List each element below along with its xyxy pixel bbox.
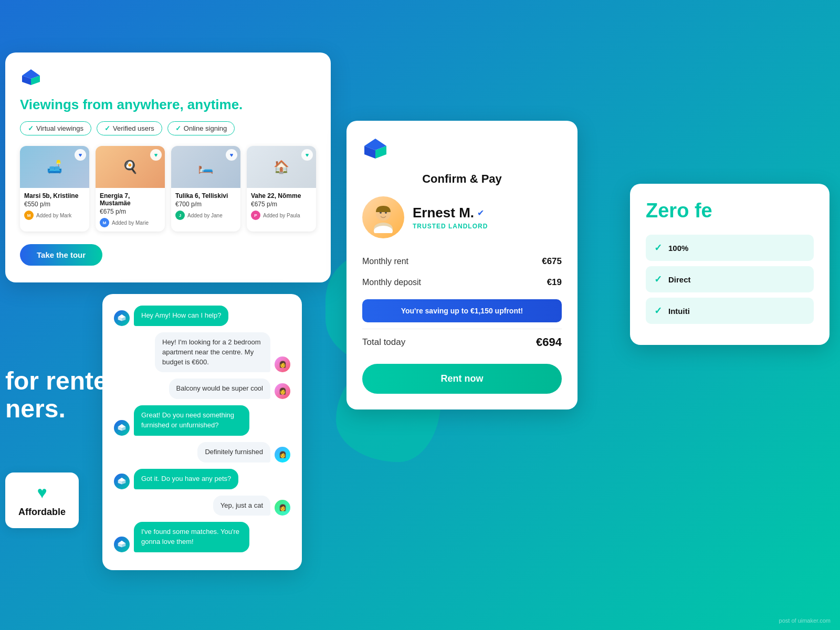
rent-now-button[interactable]: Rent now xyxy=(362,364,562,394)
landlord-avatar xyxy=(362,196,404,238)
zero-check-icon-1: ✓ xyxy=(654,242,662,254)
chat-card: Hey Amy! How can I help? Hey! I'm lookin… xyxy=(102,294,302,570)
agent-avatar-marie: M xyxy=(100,218,109,227)
user-avatar-3: 👩 xyxy=(275,447,290,463)
chat-msg-5: Definitely furnished 👩 xyxy=(114,442,290,463)
property-card-3[interactable]: 🛏️ ♥ Tulika 6, Telliskivi €700 p/m J Add… xyxy=(171,146,240,232)
badge-list: ✓ Virtual viewings ✓ Verified users ✓ On… xyxy=(20,121,316,135)
zero-item-2: ✓ Direct xyxy=(646,266,814,292)
user-avatar-1: 👩 xyxy=(275,356,290,372)
saving-banner: You're saving up to €1,150 upfront! xyxy=(362,299,562,322)
property-image-3: 🛏️ ♥ xyxy=(171,146,240,188)
confirm-card-logo xyxy=(362,136,562,163)
chat-msg-8: I've found some matches. You're gonna lo… xyxy=(114,522,290,552)
zero-check-icon-3: ✓ xyxy=(654,305,662,317)
chat-msg-7: Yep, just a cat 👩 xyxy=(114,496,290,516)
chat-bubble-5: Definitely furnished xyxy=(197,442,270,463)
zero-check-icon-2: ✓ xyxy=(654,274,662,285)
property-agent-3: J Added by Jane xyxy=(175,211,236,220)
viewings-title: Viewings from anywhere, anytime. xyxy=(20,97,316,113)
bot-avatar-3 xyxy=(114,474,130,489)
landlord-name: Ernest M. xyxy=(413,205,474,221)
property-price-4: €675 p/m xyxy=(251,201,312,208)
chat-bubble-7: Yep, just a cat xyxy=(213,496,270,516)
chat-msg-2: Hey! I'm looking for a 2 bedroom apartme… xyxy=(114,332,290,373)
property-agent-1: M Added by Mark xyxy=(24,211,85,220)
property-price-1: €550 p/m xyxy=(24,201,85,208)
property-price-3: €700 p/m xyxy=(175,201,236,208)
property-card-4[interactable]: 🏠 ♥ Vahe 22, Nõmme €675 p/m P Added by P… xyxy=(247,146,316,232)
property-card-1[interactable]: 🛋️ ♥ Marsi 5b, Kristiine €550 p/m M Adde… xyxy=(20,146,89,232)
bot-avatar-1 xyxy=(114,310,130,326)
confirm-pay-card: Confirm & Pay Ernest M. ✔ xyxy=(346,121,578,410)
chat-msg-6: Got it. Do you have any pets? xyxy=(114,469,290,489)
user-avatar-2: 👩 xyxy=(275,383,290,399)
left-text-section: for renters ners. xyxy=(5,368,131,423)
landlord-role: TRUSTED LANDLORD xyxy=(413,223,488,230)
chat-bubble-8: I've found some matches. You're gonna lo… xyxy=(134,522,249,552)
verify-checkmark-icon: ✔ xyxy=(477,208,484,218)
property-name-4: Vahe 22, Nõmme xyxy=(251,192,312,200)
confirm-title: Confirm & Pay xyxy=(362,172,562,186)
chat-bubble-2: Hey! I'm looking for a 2 bedroom apartme… xyxy=(155,332,270,373)
zero-fees-title: Zero fe xyxy=(646,200,814,222)
watermark: post of uimaker.com xyxy=(779,617,831,624)
viewings-card: Viewings from anywhere, anytime. ✓ Virtu… xyxy=(5,52,331,282)
affordable-label: Affordable xyxy=(18,507,66,518)
left-text-line1: for renters ners. xyxy=(5,368,131,423)
chat-bubble-3: Balcony would be super cool xyxy=(169,379,271,399)
agent-avatar-jane: J xyxy=(175,211,185,220)
affordable-card: ♥ Affordable xyxy=(5,472,79,528)
favorite-icon-2[interactable]: ♥ xyxy=(150,149,162,161)
monthly-deposit-value: €19 xyxy=(547,277,562,288)
landlord-info: Ernest M. ✔ TRUSTED LANDLORD xyxy=(413,205,488,230)
property-image-2: 🍳 ♥ xyxy=(96,146,165,188)
property-image-4: 🏠 ♥ xyxy=(247,146,316,188)
badge-virtual: ✓ Virtual viewings xyxy=(20,121,91,135)
total-row: Total today €694 xyxy=(362,329,562,355)
property-name-1: Marsi 5b, Kristiine xyxy=(24,192,85,200)
chat-msg-3: Balcony would be super cool 👩 xyxy=(114,379,290,399)
monthly-rent-label: Monthly rent xyxy=(362,257,408,266)
property-name-3: Tulika 6, Telliskivi xyxy=(175,192,236,200)
property-info-3: Tulika 6, Telliskivi €700 p/m J Added by… xyxy=(171,188,240,224)
favorite-icon-3[interactable]: ♥ xyxy=(226,149,237,161)
property-list: 🛋️ ♥ Marsi 5b, Kristiine €550 p/m M Adde… xyxy=(20,146,316,232)
bot-avatar-4 xyxy=(114,537,130,552)
chat-bubble-4: Great! Do you need something furnished o… xyxy=(134,405,249,436)
badge-verified: ✓ Verified users xyxy=(97,121,162,135)
monthly-deposit-row: Monthly deposit €19 xyxy=(362,272,562,293)
property-info-1: Marsi 5b, Kristiine €550 p/m M Added by … xyxy=(20,188,89,224)
zero-item-1: ✓ 100% xyxy=(646,235,814,261)
property-image-1: 🛋️ ♥ xyxy=(20,146,89,188)
property-price-2: €675 p/m xyxy=(100,208,161,215)
chat-msg-1: Hey Amy! How can I help? xyxy=(114,306,290,326)
user-avatar-4: 👩 xyxy=(275,500,290,516)
zero-item-3: ✓ Intuiti xyxy=(646,298,814,324)
property-info-2: Energia 7, Mustamäe €675 p/m M Added by … xyxy=(96,188,165,232)
property-info-4: Vahe 22, Nõmme €675 p/m P Added by Paula xyxy=(247,188,316,224)
monthly-rent-row: Monthly rent €675 xyxy=(362,251,562,272)
property-card-2[interactable]: 🍳 ♥ Energia 7, Mustamäe €675 p/m M Added… xyxy=(96,146,165,232)
logo xyxy=(20,67,42,89)
landlord-section: Ernest M. ✔ TRUSTED LANDLORD xyxy=(362,196,562,238)
total-value: €694 xyxy=(536,335,562,349)
monthly-rent-value: €675 xyxy=(542,256,562,267)
agent-avatar-paula: P xyxy=(251,211,260,220)
agent-avatar-mark: M xyxy=(24,211,34,220)
chat-bubble-6: Got it. Do you have any pets? xyxy=(134,469,238,489)
take-tour-button[interactable]: Take the tour xyxy=(20,244,102,266)
monthly-deposit-label: Monthly deposit xyxy=(362,278,421,287)
zero-fees-card: Zero fe ✓ 100% ✓ Direct ✓ Intuiti xyxy=(630,184,830,345)
property-agent-2: M Added by Marie xyxy=(100,218,161,227)
total-label: Total today xyxy=(362,337,405,348)
property-agent-4: P Added by Paula xyxy=(251,211,312,220)
chat-msg-4: Great! Do you need something furnished o… xyxy=(114,405,290,436)
favorite-icon-1[interactable]: ♥ xyxy=(75,149,86,161)
chat-bubble-1: Hey Amy! How can I help? xyxy=(134,306,228,326)
favorite-icon-4[interactable]: ♥ xyxy=(301,149,313,161)
heart-icon: ♥ xyxy=(37,483,47,502)
badge-signing: ✓ Online signing xyxy=(167,121,235,135)
property-name-2: Energia 7, Mustamäe xyxy=(100,192,161,207)
